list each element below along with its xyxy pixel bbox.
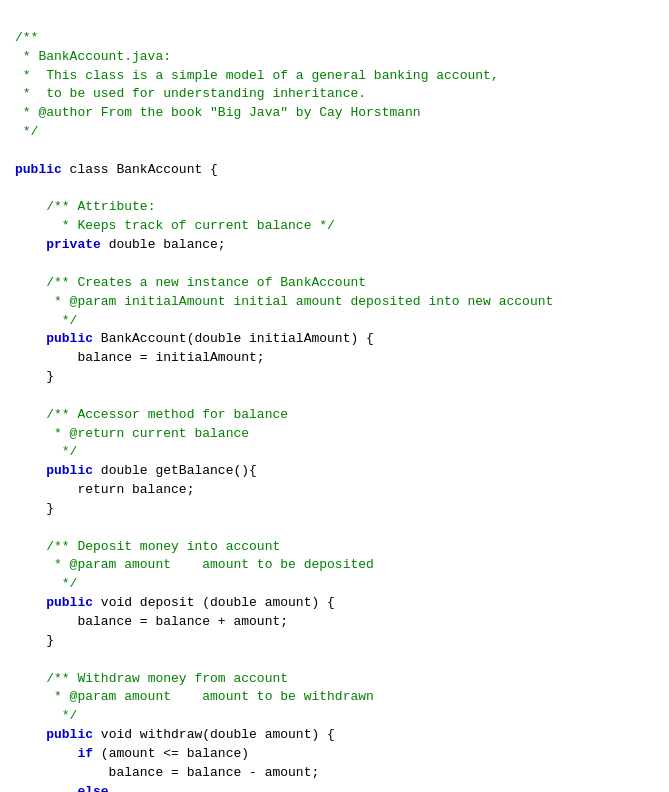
comment-attribute: /** Attribute: (46, 199, 155, 214)
withdraw-if: (amount <= balance) (93, 746, 249, 761)
indent-3 (15, 275, 46, 290)
indent-12 (15, 784, 77, 792)
comment-getbalance-3: */ (15, 444, 77, 459)
withdraw-declaration: void withdraw(double amount) { (93, 727, 335, 742)
keyword-public-4: public (46, 595, 93, 610)
deposit-close: } (15, 633, 54, 648)
comment-attribute-2: * Keeps track of current balance */ (15, 218, 335, 233)
comment-getbalance-2: * @return current balance (15, 426, 249, 441)
comment-line-6: */ (15, 124, 38, 139)
constructor-declaration: BankAccount(double initialAmount) { (93, 331, 374, 346)
comment-line-4: * to be used for understanding inheritan… (15, 86, 366, 101)
comment-deposit-1: /** Deposit money into account (46, 539, 280, 554)
comment-line-3: * This class is a simple model of a gene… (15, 68, 499, 83)
comment-line-5: * @author From the book "Big Java" by Ca… (15, 105, 421, 120)
comment-withdraw-3: */ (15, 708, 77, 723)
indent-2 (15, 237, 46, 252)
code-editor: /** * BankAccount.java: * This class is … (15, 10, 654, 792)
withdraw-body-1: balance = balance - amount; (15, 765, 319, 780)
getbalance-declaration: double getBalance(){ (93, 463, 257, 478)
indent-5 (15, 407, 46, 422)
constructor-body: balance = initialAmount; (15, 350, 265, 365)
deposit-body: balance = balance + amount; (15, 614, 288, 629)
indent-6 (15, 463, 46, 478)
comment-deposit-2: * @param amount amount to be deposited (15, 557, 374, 572)
indent-10 (15, 727, 46, 742)
keyword-public-1: public (15, 162, 62, 177)
comment-constructor-2: * @param initialAmount initial amount de… (15, 294, 553, 309)
keyword-public-2: public (46, 331, 93, 346)
comment-getbalance-1: /** Accessor method for balance (46, 407, 288, 422)
comment-constructor-3: */ (15, 313, 77, 328)
indent-11 (15, 746, 77, 761)
keyword-else: else (77, 784, 108, 792)
comment-line-1: /** (15, 30, 38, 45)
comment-withdraw-2: * @param amount amount to be withdrawn (15, 689, 374, 704)
class-declaration: class BankAccount { (62, 162, 218, 177)
balance-field: double balance; (101, 237, 226, 252)
keyword-private: private (46, 237, 101, 252)
deposit-declaration: void deposit (double amount) { (93, 595, 335, 610)
indent-9 (15, 671, 46, 686)
getbalance-body: return balance; (15, 482, 194, 497)
indent-1 (15, 199, 46, 214)
indent-4 (15, 331, 46, 346)
keyword-if: if (77, 746, 93, 761)
constructor-close: } (15, 369, 54, 384)
keyword-public-5: public (46, 727, 93, 742)
comment-withdraw-1: /** Withdraw money from account (46, 671, 288, 686)
keyword-public-3: public (46, 463, 93, 478)
comment-deposit-3: */ (15, 576, 77, 591)
indent-8 (15, 595, 46, 610)
comment-line-2: * BankAccount.java: (15, 49, 171, 64)
getbalance-close: } (15, 501, 54, 516)
comment-constructor-1: /** Creates a new instance of BankAccoun… (46, 275, 366, 290)
indent-7 (15, 539, 46, 554)
